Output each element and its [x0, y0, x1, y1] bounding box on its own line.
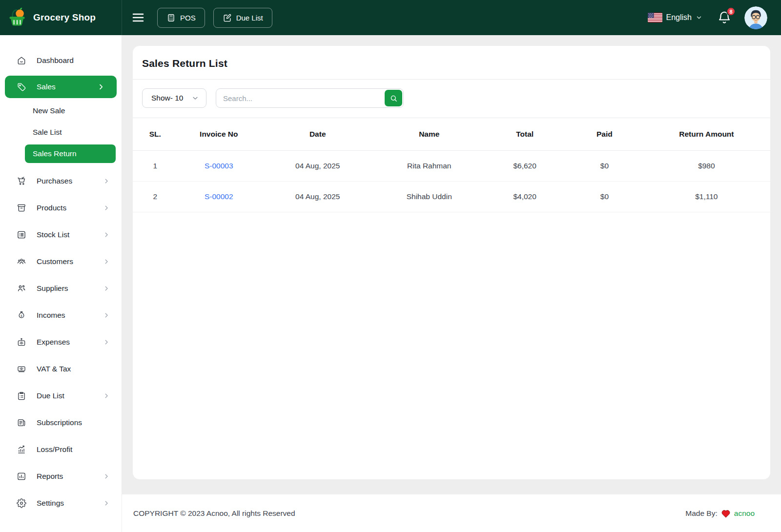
sidebar-item-label: Subscriptions: [37, 418, 110, 427]
show-entries-select[interactable]: Show- 10: [142, 88, 206, 108]
sidebar-item-stock-list[interactable]: Stock List: [0, 221, 122, 248]
cell-paid: $0: [566, 181, 643, 212]
users-group-icon: [17, 257, 26, 266]
submenu-label: Sale List: [33, 128, 62, 137]
svg-text:$: $: [21, 313, 22, 317]
us-flag-icon: [648, 13, 662, 22]
column-header-sl: SL.: [133, 118, 177, 150]
cell-paid: $0: [566, 150, 643, 181]
sidebar-item-incomes[interactable]: $ Incomes: [0, 302, 122, 328]
sales-return-table: SL. Invoice No Date Name Total Paid Retu…: [133, 118, 770, 212]
made-by: Made By: acnoo: [685, 509, 755, 518]
sidebar-item-reports[interactable]: Reports: [0, 463, 122, 490]
page-title: Sales Return List: [142, 58, 760, 69]
cell-return-amount: $1,110: [643, 181, 770, 212]
column-header-total: Total: [483, 118, 566, 150]
brand-name: Grocery Shop: [33, 12, 96, 23]
chevron-down-icon: [191, 94, 199, 102]
cell-return-amount: $980: [643, 150, 770, 181]
top-header: Grocery Shop POS Due List: [0, 0, 781, 35]
hamburger-menu-icon[interactable]: [132, 12, 144, 23]
chevron-right-icon: [103, 339, 110, 346]
subscription-card-icon: [17, 418, 26, 428]
sidebar-item-label: Settings: [37, 499, 93, 508]
price-tag-icon: [17, 82, 26, 92]
sidebar-item-label: Purchases: [37, 177, 93, 185]
chevron-right-icon: [103, 392, 110, 399]
search-button[interactable]: [385, 90, 402, 106]
table-controls: Show- 10: [133, 80, 770, 118]
submenu-label: New Sale: [33, 106, 65, 115]
chevron-right-icon: [103, 258, 110, 265]
grocery-basket-logo-icon: [7, 7, 28, 28]
shopping-cart-icon: [17, 176, 26, 186]
sidebar-item-loss-profit[interactable]: Loss/Profit: [0, 436, 122, 463]
cell-total: $4,020: [483, 181, 566, 212]
sidebar-item-products[interactable]: Products: [0, 194, 122, 221]
sidebar: Dashboard Sales New Sale Sale List Sales…: [0, 35, 122, 532]
notifications-bell[interactable]: 8: [717, 10, 732, 25]
heart-icon: [721, 509, 731, 518]
sidebar-item-customers[interactable]: Customers: [0, 248, 122, 275]
sidebar-item-settings[interactable]: Settings: [0, 490, 122, 516]
made-by-brand-link[interactable]: acnoo: [734, 509, 755, 518]
column-header-name: Name: [375, 118, 483, 150]
column-header-return-amount: Return Amount: [643, 118, 770, 150]
cell-invoice: S-00002: [177, 181, 260, 212]
sidebar-item-suppliers[interactable]: Suppliers: [0, 275, 122, 302]
gear-icon: [17, 498, 26, 508]
cell-total: $6,620: [483, 150, 566, 181]
main-area: Sales Return List Show- 10: [122, 35, 781, 532]
expense-arrow-icon: [17, 337, 26, 347]
sidebar-item-sales[interactable]: Sales: [5, 76, 117, 98]
table-row: 1 S-00003 04 Aug, 2025 Rita Rahman $6,62…: [133, 150, 770, 181]
sidebar-subitem-new-sale[interactable]: New Sale: [0, 100, 122, 122]
user-avatar[interactable]: [744, 6, 767, 29]
table-header-row: SL. Invoice No Date Name Total Paid Retu…: [133, 118, 770, 150]
cell-date: 04 Aug, 2025: [260, 150, 375, 181]
search-icon: [390, 94, 398, 102]
sidebar-item-subscriptions[interactable]: Subscriptions: [0, 409, 122, 436]
invoice-link[interactable]: S-00002: [205, 192, 233, 201]
chevron-right-icon: [103, 178, 110, 184]
cell-invoice: S-00003: [177, 150, 260, 181]
footer: COPYRIGHT © 2023 Acnoo, All rights Reser…: [122, 494, 781, 532]
bar-chart-icon: [17, 471, 26, 481]
banknote-icon: [17, 364, 26, 374]
sidebar-item-purchases[interactable]: Purchases: [0, 167, 122, 194]
cell-sl: 2: [133, 181, 177, 212]
copyright-text: COPYRIGHT © 2023 Acnoo, All rights Reser…: [133, 509, 295, 518]
language-selector[interactable]: English: [648, 13, 702, 22]
sidebar-item-dashboard[interactable]: Dashboard: [0, 47, 122, 74]
pos-button[interactable]: POS: [157, 8, 205, 28]
sidebar-item-label: Due List: [37, 391, 93, 400]
sidebar-item-vat-tax[interactable]: VAT & Tax: [0, 355, 122, 382]
column-header-paid: Paid: [566, 118, 643, 150]
table-row: 2 S-00002 04 Aug, 2025 Shihab Uddin $4,0…: [133, 181, 770, 212]
money-bag-icon: $: [17, 310, 26, 320]
pos-button-label: POS: [180, 14, 196, 22]
due-list-button[interactable]: Due List: [213, 8, 272, 28]
invoice-link[interactable]: S-00003: [205, 162, 233, 170]
sidebar-subitem-sales-return[interactable]: Sales Return: [25, 144, 116, 163]
made-by-label: Made By:: [685, 509, 717, 518]
notification-count-badge: 8: [726, 7, 736, 16]
brand-logo-box[interactable]: Grocery Shop: [0, 0, 122, 35]
sidebar-subitem-sale-list[interactable]: Sale List: [0, 122, 122, 143]
due-list-button-label: Due List: [236, 14, 263, 22]
cell-name: Shihab Uddin: [375, 181, 483, 212]
note-pen-icon: [223, 13, 232, 22]
search-input[interactable]: [216, 88, 404, 108]
language-label: English: [666, 13, 692, 22]
sidebar-item-label: Dashboard: [37, 56, 110, 65]
sidebar-item-due-list[interactable]: Due List: [0, 382, 122, 409]
sidebar-item-label: Reports: [37, 472, 93, 481]
list-icon: [17, 230, 26, 240]
submenu-label: Sales Return: [33, 149, 77, 158]
cell-sl: 1: [133, 150, 177, 181]
sidebar-item-label: Loss/Profit: [37, 445, 110, 454]
sidebar-item-expenses[interactable]: Expenses: [0, 328, 122, 355]
chevron-right-icon: [97, 83, 105, 91]
chevron-right-icon: [103, 500, 110, 507]
column-header-date: Date: [260, 118, 375, 150]
